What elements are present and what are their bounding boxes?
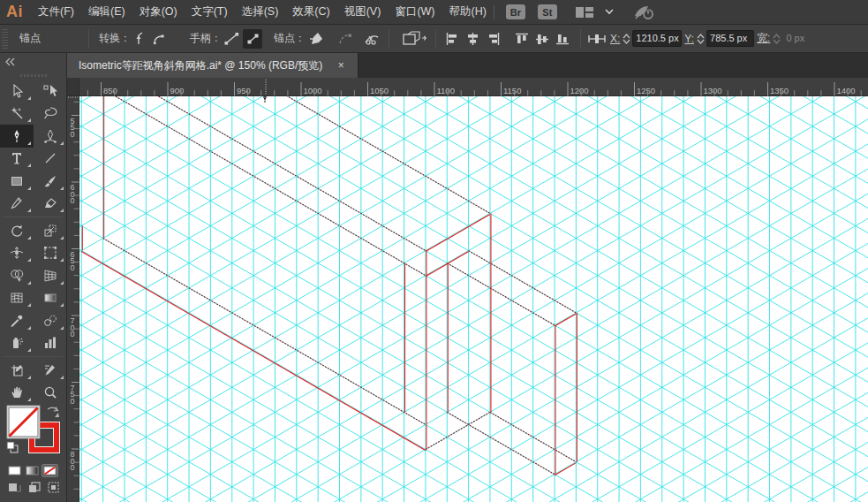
menu-w[interactable]: 窗口(W) bbox=[388, 0, 442, 24]
symbol-sprayer-tool[interactable] bbox=[0, 332, 34, 355]
paintbrush-tool[interactable] bbox=[34, 170, 66, 193]
distribute-button[interactable] bbox=[585, 29, 608, 49]
convert-to-corner-button[interactable] bbox=[129, 29, 148, 49]
align-right-button[interactable] bbox=[483, 29, 502, 49]
perspective-grid-tool[interactable] bbox=[34, 264, 66, 287]
default-fill-stroke-icon[interactable] bbox=[7, 442, 18, 453]
show-handles-button[interactable] bbox=[222, 29, 241, 49]
gradient-tool-icon bbox=[43, 291, 57, 305]
menu-v[interactable]: 视图(V) bbox=[337, 0, 389, 24]
cut-path-button[interactable] bbox=[362, 29, 381, 49]
app-logo[interactable]: Ai bbox=[0, 3, 31, 21]
width-input: 0 px bbox=[782, 30, 818, 47]
menu-s[interactable]: 选择(S) bbox=[235, 0, 286, 24]
collapse-panel-icon[interactable] bbox=[5, 57, 16, 66]
menu-t[interactable]: 文字(T) bbox=[185, 0, 235, 24]
svg-text:0: 0 bbox=[71, 463, 75, 472]
zoom-tool[interactable] bbox=[34, 382, 66, 405]
slice-tool[interactable] bbox=[34, 359, 66, 382]
stock-button[interactable]: St bbox=[538, 4, 557, 19]
menu-items: 文件(F)编辑(E)对象(O)文字(T)选择(S)效果(C)视图(V)窗口(W)… bbox=[31, 0, 494, 24]
width-tool[interactable] bbox=[0, 242, 34, 265]
workspace-switcher-icon[interactable] bbox=[575, 5, 594, 19]
svg-text:1150: 1150 bbox=[503, 86, 521, 95]
blend-tool[interactable] bbox=[34, 309, 66, 332]
color-mode-button[interactable] bbox=[6, 464, 23, 477]
column-graph-tool-icon bbox=[43, 336, 57, 350]
align-vcenter-button[interactable] bbox=[532, 29, 552, 49]
draw-behind-button[interactable] bbox=[26, 481, 43, 493]
y-field-label: Y: bbox=[684, 33, 694, 45]
chevron-down-icon[interactable] bbox=[605, 9, 614, 15]
align-top-button[interactable] bbox=[512, 29, 532, 49]
isolate-selected-object-button[interactable] bbox=[399, 29, 429, 49]
selection-tool[interactable] bbox=[0, 80, 34, 103]
hide-handles-button[interactable] bbox=[243, 29, 262, 49]
gradient-tool[interactable] bbox=[34, 287, 66, 310]
toolbar-grip[interactable] bbox=[0, 71, 66, 80]
line-segment-tool[interactable] bbox=[34, 148, 66, 171]
hand-tool[interactable] bbox=[0, 382, 34, 405]
x-input[interactable]: 1210.5 px bbox=[632, 30, 682, 47]
tools-panel bbox=[0, 53, 67, 502]
hand-tool-icon bbox=[10, 385, 24, 399]
align-bottom-button[interactable] bbox=[553, 29, 572, 49]
gradient-mode-button[interactable] bbox=[24, 464, 41, 477]
eraser-tool[interactable] bbox=[34, 193, 66, 216]
eyedropper-tool[interactable] bbox=[0, 309, 34, 332]
magic-wand-tool-icon bbox=[10, 106, 24, 120]
curvature-tool[interactable] bbox=[34, 125, 66, 148]
convert-label: 转换： bbox=[99, 31, 131, 46]
x-stepper[interactable] bbox=[623, 34, 630, 44]
remove-anchor-button[interactable] bbox=[306, 29, 326, 49]
align-left-button[interactable] bbox=[442, 29, 462, 49]
menu-o[interactable]: 对象(O) bbox=[132, 0, 185, 24]
tab-close-icon[interactable]: × bbox=[335, 59, 347, 72]
swap-fill-stroke-icon[interactable] bbox=[48, 407, 59, 418]
menu-h[interactable]: 帮助(H) bbox=[442, 0, 494, 24]
svg-text:1250: 1250 bbox=[637, 86, 655, 95]
connect-handles-button[interactable] bbox=[335, 29, 354, 49]
shape-builder-tool[interactable] bbox=[0, 264, 34, 287]
mesh-tool[interactable] bbox=[0, 287, 34, 310]
direct-selection-tool-icon bbox=[43, 84, 57, 98]
shape-builder-tool-icon bbox=[10, 269, 24, 283]
control-bar-grip[interactable] bbox=[2, 29, 8, 49]
document-tab[interactable]: Isometric等距视角斜角网格.ai* @ 150% (RGB/预览) × bbox=[67, 53, 359, 78]
pencil-tool[interactable] bbox=[0, 193, 34, 216]
direct-selection-tool[interactable] bbox=[34, 80, 66, 103]
lasso-tool[interactable] bbox=[34, 103, 66, 126]
svg-text:1100: 1100 bbox=[437, 86, 455, 95]
y-input[interactable]: 785.5 px bbox=[706, 30, 754, 47]
handles-label: 手柄： bbox=[190, 31, 222, 46]
menu-f[interactable]: 文件(F) bbox=[31, 0, 81, 24]
y-stepper[interactable] bbox=[697, 34, 705, 44]
svg-text:1300: 1300 bbox=[704, 86, 722, 95]
free-transform-tool[interactable] bbox=[34, 242, 66, 265]
artboard-tool[interactable] bbox=[0, 359, 34, 382]
type-tool[interactable] bbox=[0, 148, 34, 171]
artboard-canvas[interactable] bbox=[79, 96, 868, 502]
column-graph-tool[interactable] bbox=[34, 332, 66, 355]
gpu-performance-icon[interactable] bbox=[633, 4, 654, 20]
draw-normal-button[interactable] bbox=[5, 481, 23, 493]
menu-c[interactable]: 效果(C) bbox=[285, 0, 336, 24]
rotate-tool[interactable] bbox=[0, 219, 34, 242]
blend-tool-icon bbox=[43, 314, 57, 328]
svg-text:1400: 1400 bbox=[837, 86, 856, 95]
menu-e[interactable]: 编辑(E) bbox=[81, 0, 132, 24]
rectangle-tool[interactable] bbox=[0, 170, 34, 193]
magic-wand-tool[interactable] bbox=[0, 103, 34, 126]
convert-to-smooth-button[interactable] bbox=[150, 29, 170, 49]
align-center-button[interactable] bbox=[463, 29, 482, 49]
svg-text:0: 0 bbox=[71, 263, 75, 272]
none-mode-button[interactable] bbox=[42, 464, 58, 477]
lasso-tool-icon bbox=[43, 106, 57, 120]
tools-grid bbox=[0, 80, 66, 404]
draw-inside-button[interactable] bbox=[45, 481, 63, 493]
fill-swatch[interactable] bbox=[7, 406, 40, 438]
rotate-tool-icon bbox=[10, 224, 24, 238]
bridge-button[interactable]: Br bbox=[506, 4, 525, 19]
pen-tool[interactable] bbox=[0, 125, 34, 148]
scale-tool[interactable] bbox=[34, 219, 66, 242]
